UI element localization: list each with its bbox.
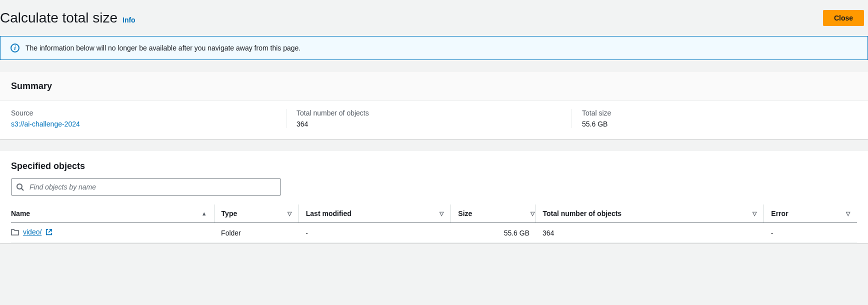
sort-icon: ▽ bbox=[752, 210, 756, 217]
summary-source: Source s3://ai-challenge-2024 bbox=[11, 109, 286, 128]
col-last-modified-label: Last modified bbox=[306, 210, 352, 218]
table-row: video/ Folder - 55.6 GB 364 - bbox=[11, 223, 857, 243]
summary-size-label: Total size bbox=[582, 109, 847, 117]
close-button[interactable]: Close bbox=[823, 10, 864, 26]
external-link-icon[interactable] bbox=[46, 228, 52, 236]
info-banner: i The information below will no longer b… bbox=[0, 36, 868, 60]
sort-icon: ▽ bbox=[530, 210, 534, 217]
page-title-wrap: Calculate total size Info bbox=[0, 10, 136, 26]
page-title: Calculate total size bbox=[0, 10, 118, 26]
col-size-label: Size bbox=[458, 210, 472, 218]
sort-icon: ▽ bbox=[288, 210, 292, 217]
info-link[interactable]: Info bbox=[122, 16, 136, 24]
summary-objects-value: 364 bbox=[296, 120, 562, 128]
specified-objects-title: Specified objects bbox=[11, 161, 857, 172]
svg-line-1 bbox=[22, 188, 24, 190]
page-header: Calculate total size Info Close bbox=[0, 0, 868, 36]
cell-last-modified: - bbox=[298, 223, 451, 243]
col-size[interactable]: Size ▽ bbox=[451, 204, 536, 223]
col-last-modified[interactable]: Last modified ▽ bbox=[298, 204, 451, 223]
table-header-row: Name ▲ Type ▽ Last modified ▽ Size ▽ bbox=[11, 204, 857, 223]
sort-icon: ▽ bbox=[846, 210, 850, 217]
sort-icon: ▽ bbox=[440, 210, 444, 217]
specified-objects-panel: Specified objects Name ▲ Type ▽ bbox=[0, 151, 868, 243]
summary-size: Total size 55.6 GB bbox=[572, 109, 857, 128]
info-icon: i bbox=[10, 44, 20, 52]
objects-table: Name ▲ Type ▽ Last modified ▽ Size ▽ bbox=[11, 204, 857, 243]
cell-size: 55.6 GB bbox=[451, 223, 536, 243]
col-name[interactable]: Name ▲ bbox=[11, 204, 214, 223]
summary-source-value[interactable]: s3://ai-challenge-2024 bbox=[11, 120, 276, 128]
summary-title: Summary bbox=[11, 81, 857, 92]
col-name-label: Name bbox=[11, 210, 30, 218]
search-icon bbox=[16, 183, 24, 191]
info-banner-text: The information below will no longer be … bbox=[26, 44, 300, 52]
search-wrap bbox=[11, 178, 281, 196]
summary-panel: Summary Source s3://ai-challenge-2024 To… bbox=[0, 72, 868, 139]
cell-name: video/ bbox=[11, 223, 214, 243]
specified-body: Specified objects Name ▲ Type ▽ bbox=[0, 151, 868, 243]
cell-error: - bbox=[764, 223, 857, 243]
summary-objects: Total number of objects 364 bbox=[286, 109, 572, 128]
cell-total-objects: 364 bbox=[536, 223, 764, 243]
cell-type: Folder bbox=[214, 223, 298, 243]
folder-icon bbox=[11, 228, 19, 236]
object-name-link[interactable]: video/ bbox=[23, 228, 42, 236]
svg-line-2 bbox=[48, 230, 52, 232]
summary-source-label: Source bbox=[11, 109, 276, 117]
col-error-label: Error bbox=[771, 210, 788, 218]
summary-body: Source s3://ai-challenge-2024 Total numb… bbox=[0, 101, 868, 139]
col-type-label: Type bbox=[222, 210, 238, 218]
col-type[interactable]: Type ▽ bbox=[214, 204, 298, 223]
col-total-objects[interactable]: Total number of objects ▽ bbox=[536, 204, 764, 223]
col-total-objects-label: Total number of objects bbox=[543, 210, 622, 218]
col-error[interactable]: Error ▽ bbox=[764, 204, 857, 223]
sort-asc-icon: ▲ bbox=[202, 210, 207, 216]
summary-size-value: 55.6 GB bbox=[582, 120, 847, 128]
search-input[interactable] bbox=[11, 178, 281, 196]
svg-point-0 bbox=[17, 184, 22, 189]
summary-panel-header: Summary bbox=[0, 72, 868, 101]
summary-objects-label: Total number of objects bbox=[296, 109, 562, 117]
